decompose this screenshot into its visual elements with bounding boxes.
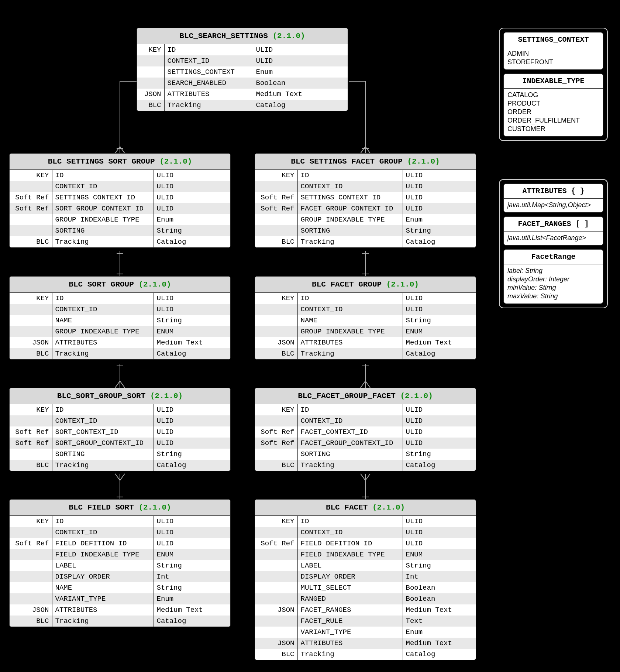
column-row: DISPLAY_ORDERInt	[255, 571, 476, 582]
column-type: String	[403, 560, 476, 571]
column-type: Medium Text	[403, 638, 476, 649]
column-row: SORTINGString	[255, 225, 476, 236]
entity-version: (2.1.0)	[272, 32, 305, 40]
column-row: CONTEXT_IDULID	[10, 415, 230, 426]
column-name: SEARCH_ENABLED	[164, 78, 253, 89]
column-type: ULID	[403, 203, 476, 214]
column-type: Medium Text	[154, 337, 230, 348]
column-key: KEY	[255, 516, 297, 527]
column-name: GROUP_INDEXABLE_TYPE	[297, 214, 403, 225]
column-key	[255, 627, 297, 638]
column-name: ID	[52, 293, 154, 304]
entity-blc-facet-group-facet: BLC_FACET_GROUP_FACET (2.1.0) KEYIDULIDC…	[255, 388, 476, 471]
column-key	[255, 225, 297, 236]
column-type: Catalog	[403, 348, 476, 359]
column-name: ID	[297, 516, 403, 527]
column-type: ULID	[403, 426, 476, 438]
column-row: BLCTrackingCatalog	[10, 236, 230, 247]
column-name: GROUP_INDEXABLE_TYPE	[297, 326, 403, 337]
column-name: GROUP_INDEXABLE_TYPE	[52, 214, 154, 225]
column-key: Soft Ref	[255, 192, 297, 203]
entity-columns: KEYIDULIDCONTEXT_IDULIDSoft RefFIELD_DEF…	[10, 516, 230, 627]
type-title: FACET_RANGES [ ]	[504, 217, 603, 232]
column-key	[10, 527, 52, 538]
column-type: ULID	[403, 170, 476, 181]
column-row: SORTINGString	[10, 225, 230, 236]
column-row: NAMEString	[10, 315, 230, 326]
column-name: ID	[164, 44, 253, 55]
type-title: ATTRIBUTES { }	[504, 184, 603, 199]
type-attributes: ATTRIBUTES { } java.util.Map<String,Obje…	[503, 184, 603, 213]
column-type: ULID	[403, 438, 476, 449]
column-type: Text	[403, 616, 476, 627]
column-name: ID	[52, 404, 154, 415]
entity-columns: KEYIDULIDCONTEXT_IDULIDSoft RefFIELD_DEF…	[255, 516, 476, 660]
column-name: SETTINGS_CONTEXT	[164, 66, 253, 78]
column-name: Tracking	[297, 236, 403, 247]
column-type: ULID	[154, 404, 230, 415]
entity-title: BLC_SORT_GROUP_SORT (2.1.0)	[10, 388, 230, 404]
column-type: Catalog	[154, 616, 230, 627]
column-row: KEYIDULID	[255, 170, 476, 181]
column-type: Int	[403, 571, 476, 582]
column-name: Tracking	[52, 236, 154, 247]
column-type: Enum	[154, 593, 230, 604]
column-key	[137, 66, 164, 78]
column-name: RANGED	[297, 593, 403, 604]
column-key: Soft Ref	[255, 538, 297, 549]
column-key	[10, 326, 52, 337]
column-key	[255, 214, 297, 225]
column-type: String	[154, 582, 230, 593]
column-row: LABELString	[255, 560, 476, 571]
column-row: BLCTrackingCatalog	[255, 236, 476, 247]
column-key	[10, 181, 52, 192]
column-name: MULTI_SELECT	[297, 582, 403, 593]
column-key: BLC	[10, 616, 52, 627]
entity-name: BLC_FIELD_SORT	[69, 503, 134, 512]
column-key: KEY	[10, 170, 52, 181]
entity-name: BLC_FACET_GROUP	[312, 280, 382, 289]
column-row: BLCTrackingCatalog	[10, 348, 230, 359]
column-type: ULID	[403, 516, 476, 527]
entity-columns: KEYIDULIDCONTEXT_IDULIDSoft RefFACET_CON…	[255, 404, 476, 471]
column-name: FACET_RANGES	[297, 604, 403, 616]
column-name: DISPLAY_ORDER	[297, 571, 403, 582]
column-type: Catalog	[403, 460, 476, 471]
enum-values: CATALOGPRODUCTORDERORDER_FULFILLMENTCUST…	[504, 89, 603, 136]
column-key: Soft Ref	[10, 426, 52, 438]
column-name: ATTRIBUTES	[297, 337, 403, 348]
column-key	[137, 55, 164, 66]
entity-blc-sort-group-sort: BLC_SORT_GROUP_SORT (2.1.0) KEYIDULIDCON…	[9, 388, 231, 471]
column-name: CONTEXT_ID	[297, 415, 403, 426]
column-type: Catalog	[403, 236, 476, 247]
column-row: MULTI_SELECTBoolean	[255, 582, 476, 593]
column-row: CONTEXT_IDULID	[255, 527, 476, 538]
column-name: CONTEXT_ID	[52, 181, 154, 192]
column-key	[10, 415, 52, 426]
column-row: KEYIDULID	[10, 170, 230, 181]
enum-settings-context: SETTINGS_CONTEXT ADMINSTOREFRONT	[503, 32, 603, 70]
column-row: NAMEString	[10, 582, 230, 593]
column-key	[255, 415, 297, 426]
column-key: Soft Ref	[255, 426, 297, 438]
column-row: JSONFACET_RANGESMedium Text	[255, 604, 476, 616]
type-facetrange: FacetRange label: StringdisplayOrder: In…	[503, 249, 603, 304]
column-row: SORTINGString	[255, 449, 476, 460]
entity-title: BLC_FACET_GROUP (2.1.0)	[255, 277, 476, 293]
column-type: Catalog	[154, 348, 230, 359]
column-key	[255, 315, 297, 326]
column-row: Soft RefFIELD_DEFITION_IDULID	[10, 538, 230, 549]
column-row: VARIANT_TYPEEnum	[255, 627, 476, 638]
column-row: JSONATTRIBUTESMedium Text	[137, 89, 348, 100]
column-type: String	[154, 225, 230, 236]
column-key	[10, 582, 52, 593]
column-key	[10, 449, 52, 460]
column-name: CONTEXT_ID	[52, 415, 154, 426]
column-type: Enum	[154, 214, 230, 225]
entity-version: (2.1.0)	[407, 157, 440, 166]
column-type: ULID	[253, 55, 348, 66]
column-name: FIELD_INDEXABLE_TYPE	[52, 549, 154, 560]
column-key: BLC	[10, 348, 52, 359]
column-row: CONTEXT_IDULID	[10, 304, 230, 315]
column-type: ENUM	[154, 326, 230, 337]
